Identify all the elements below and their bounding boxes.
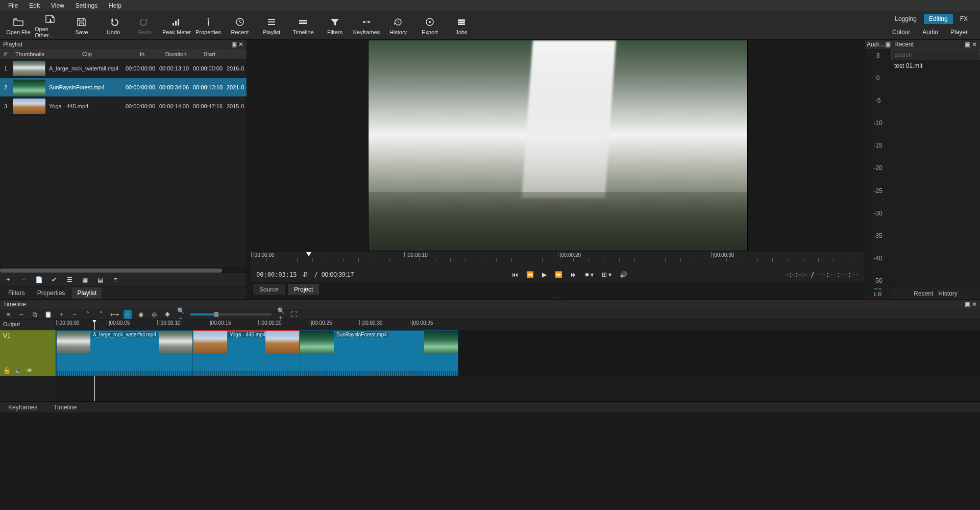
track-header-v1[interactable]: V1 🔓 🔈 👁 — [0, 330, 56, 376]
preview-tab-source[interactable]: Source — [253, 284, 285, 295]
fastforward-icon[interactable]: ⏩ — [553, 271, 565, 278]
timeline-plus-button[interactable]: ＋ — [57, 310, 65, 319]
timeline-clip-audio[interactable] — [193, 353, 300, 376]
track-v1[interactable]: A_large_rock_waterfall.mp4Yoga - 445.mp4… — [56, 330, 980, 376]
timeline-circle-button[interactable]: ◎ — [150, 311, 158, 318]
playlist-check-button[interactable]: ✔ — [49, 275, 59, 285]
playlist-hscroll[interactable] — [0, 268, 247, 273]
timeline-clip-audio[interactable] — [56, 353, 193, 376]
timeline-up-button[interactable]: ˄ — [84, 311, 92, 318]
timeline-copy-button[interactable]: ⧉ — [31, 311, 39, 318]
menu-help[interactable]: Help — [104, 1, 127, 11]
grid-dropdown-icon[interactable]: ⊞ ▾ — [600, 271, 614, 278]
recent-tab-history[interactable]: History — [938, 290, 957, 297]
audio-scale-mark: -20 — [873, 164, 882, 172]
playlist-thumbnail — [13, 99, 45, 114]
preview-tab-project[interactable]: Project — [288, 284, 319, 295]
toolbar-jobs-button[interactable]: Jobs — [446, 12, 477, 39]
toolbar-filters-button[interactable]: Filters — [320, 12, 350, 39]
menu-file[interactable]: File — [3, 1, 23, 11]
playlist-row[interactable]: 3Yoga - 445.mp400:00:00:0000:00:14:0000:… — [0, 97, 247, 116]
timeline-split-button[interactable]: ⟷ — [110, 311, 118, 318]
timeline-arrow-button[interactable]: ↔ — [17, 311, 26, 318]
timeline-clip-audio[interactable] — [300, 353, 458, 376]
toolbar-playlist-button[interactable]: Playlist — [256, 12, 287, 39]
recent-tab-recent[interactable]: Recent — [914, 290, 933, 297]
timeline-menu-button[interactable]: ≡ — [4, 311, 12, 318]
mute-icon[interactable]: 🔈 — [15, 367, 22, 374]
layout-tab-player[interactable]: Player — [945, 27, 973, 37]
toolbar-properties-button[interactable]: Properties — [193, 12, 224, 39]
layout-tab-editing[interactable]: Editing — [924, 14, 953, 24]
toolbar-history-button[interactable]: History — [383, 12, 413, 39]
timeline-tracks[interactable]: |00:00:00|00:00:05|00:00:10|00:00:15|00:… — [56, 320, 980, 401]
playlist-lines-button[interactable]: ≡ — [110, 275, 120, 285]
timeline-zoomin-button[interactable]: 🔍+ — [277, 307, 285, 322]
splitter-horizontal[interactable]: ⋯⋯ — [250, 295, 865, 299]
timeline-paste-button[interactable]: 📋 — [44, 311, 52, 318]
bottom-tab-keyframes[interactable]: Keyframes — [4, 402, 41, 412]
time-spinner-icon[interactable]: ⇵ — [301, 271, 310, 278]
menu-edit[interactable]: Edit — [24, 1, 45, 11]
timeline-minus-button[interactable]: − — [70, 311, 79, 318]
skip-start-icon[interactable]: ⏮ — [510, 271, 520, 278]
preview-playhead[interactable] — [306, 252, 311, 256]
playlist-plus-button[interactable]: ＋ — [3, 275, 13, 285]
recent-item[interactable]: test 01.mlt — [891, 60, 980, 71]
toolbar-save-button[interactable]: Save — [66, 12, 97, 39]
playlist-tab-properties[interactable]: Properties — [32, 287, 70, 299]
time-current[interactable]: 00:00:03:15 — [256, 271, 297, 278]
rewind-icon[interactable]: ⏪ — [524, 271, 536, 278]
preview-ruler[interactable]: |00:00:00|00:00:10|00:00:20|00:00:30 — [251, 252, 864, 268]
toolbar-peak-meter-button[interactable]: Peak Meter — [161, 12, 192, 39]
toolbar-keyframes-button[interactable]: Keyframes — [351, 12, 382, 39]
playlist-grid-button[interactable]: ▦ — [80, 275, 90, 285]
bottom-tab-timeline[interactable]: Timeline — [50, 402, 81, 412]
zoom-slider[interactable] — [190, 313, 272, 315]
timeline-zoomout-button[interactable]: 🔍− — [177, 307, 185, 322]
menu-view[interactable]: View — [46, 1, 69, 11]
lock-icon[interactable]: 🔓 — [3, 367, 11, 374]
eye-icon[interactable]: 👁 — [27, 367, 33, 374]
menu-settings[interactable]: Settings — [70, 1, 103, 11]
toolbar-open-file-button[interactable]: Open File — [3, 12, 34, 39]
layout-tab-colour[interactable]: Colour — [887, 27, 915, 37]
skip-end-icon[interactable]: ⏭ — [569, 271, 579, 278]
playlist-minus-button[interactable]: − — [18, 275, 29, 285]
timeline-ripple-button[interactable]: ◉ — [137, 311, 145, 318]
timeline-star-button[interactable]: ✱ — [163, 311, 172, 318]
timeline-clip[interactable]: SunRaysinForest.mp4 — [300, 330, 458, 353]
layout-tab-logging[interactable]: Logging — [890, 14, 922, 24]
recent-search-input[interactable] — [891, 49, 980, 60]
layout-tab-fx[interactable]: FX — [955, 14, 973, 24]
playlist-tab-playlist[interactable]: Playlist — [72, 287, 102, 299]
playlist-table-button[interactable]: ▤ — [95, 275, 105, 285]
playlist-tab-filters[interactable]: Filters — [3, 287, 30, 299]
timeline-clip[interactable]: A_large_rock_waterfall.mp4 — [56, 330, 193, 353]
playlist-row[interactable]: 1A_large_rock_waterfall.mp400:00:00:0000… — [0, 59, 247, 78]
toolbar-redo-button[interactable]: Redo — [130, 12, 160, 39]
layout-tab-audio[interactable]: Audio — [917, 27, 943, 37]
timeline-ruler[interactable]: |00:00:00|00:00:05|00:00:10|00:00:15|00:… — [56, 320, 980, 330]
toolbar-recent-button[interactable]: Recent — [225, 12, 255, 39]
play-icon[interactable]: ▶ — [540, 271, 549, 278]
timeline-snap-button[interactable]: ∩ — [124, 310, 132, 319]
timeline-icon — [298, 16, 309, 28]
playlist-sheet-button[interactable]: 📄 — [34, 275, 44, 285]
playlist-list-button[interactable]: ☰ — [64, 275, 75, 285]
preview-viewport[interactable] — [368, 40, 748, 251]
panel-controls-icon[interactable]: ▣ ✕ — [231, 41, 243, 48]
playlist-header: # Thumbnails Clip In Duration Start — [0, 49, 247, 59]
panel-controls-icon[interactable]: ▣ ✕ — [965, 41, 977, 48]
toolbar-open-other--button[interactable]: Open Other... — [35, 12, 65, 39]
toolbar-undo-button[interactable]: Undo — [98, 12, 129, 39]
toolbar-timeline-button[interactable]: Timeline — [288, 12, 318, 39]
timeline-fit-button[interactable]: ⛶ — [290, 311, 298, 318]
panel-controls-icon[interactable]: ▣ ✕ — [965, 301, 977, 308]
volume-icon[interactable]: 🔊 — [618, 271, 629, 278]
timeline-clip[interactable]: Yoga - 445.mp4 — [193, 330, 300, 353]
zoom-dropdown-icon[interactable]: ■ ▾ — [583, 271, 596, 278]
timeline-down-button[interactable]: ˅ — [97, 311, 105, 318]
toolbar-export-button[interactable]: Export — [414, 12, 445, 39]
playlist-row[interactable]: 2SunRaysinForest.mp400:00:00:0000:00:34:… — [0, 78, 247, 97]
